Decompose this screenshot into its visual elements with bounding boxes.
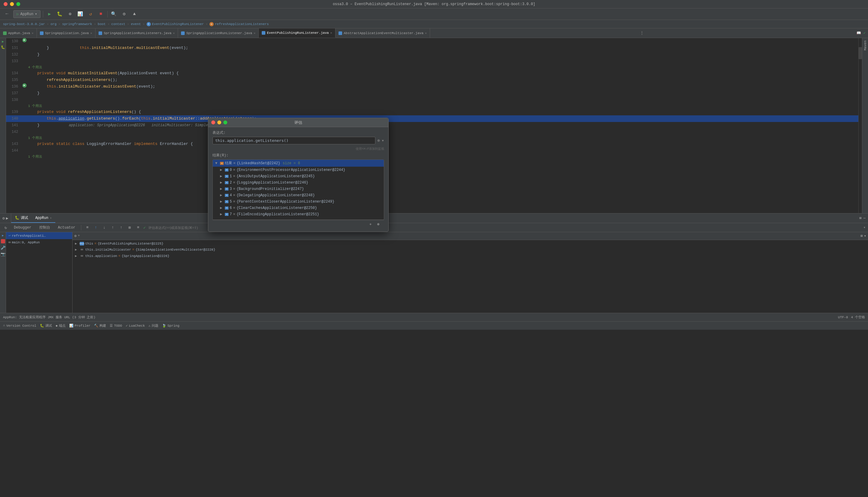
breadcrumb-class[interactable]: EventPublishingRunListener — [152, 22, 204, 26]
step-over-btn[interactable]: ↻ — [2, 224, 9, 231]
maximize-button[interactable] — [16, 2, 20, 6]
encoding-label[interactable]: UTF-8 — [838, 315, 848, 319]
eval-expand-icon[interactable]: ⊕ — [377, 138, 380, 143]
actuator-tab[interactable]: Actuator — [55, 224, 79, 232]
eval-item-6[interactable]: ▶ ≡ 6 = {ClearCachesApplicationListener@… — [213, 205, 384, 211]
eval-add-watch-btn[interactable]: + — [367, 221, 374, 227]
vars-settings-icon[interactable]: ⚙ — [74, 234, 77, 238]
tab-springapp[interactable]: SpringApplication.java ✕ — [37, 28, 96, 38]
frame-item-main[interactable]: ∞ main:9, AppRun — [6, 239, 72, 246]
eval-item-4-expand[interactable]: ▶ — [220, 193, 224, 198]
debugger-tab[interactable]: Debugger — [11, 224, 35, 232]
eval-item-6-expand[interactable]: ▶ — [220, 205, 224, 210]
apprun-tab[interactable]: AppRun ✕ — [32, 213, 55, 223]
tab-close-runlistener[interactable]: ✕ — [253, 31, 256, 35]
search-everywhere-icon[interactable]: 🔍 — [110, 10, 118, 18]
eval-copy-btn[interactable]: ⊕ — [375, 221, 382, 227]
var-multicaster[interactable]: ▶ ∞ this.initialMulticaster = {SimpleApp… — [72, 246, 868, 253]
eval-expr-input[interactable] — [212, 137, 375, 144]
bottom-maximize-icon[interactable]: ⊞ — [859, 216, 862, 221]
endpoints-item[interactable]: ◆ 端点 — [56, 323, 66, 328]
build-item[interactable]: 🔨 构建 — [94, 323, 106, 328]
frame-list-icon[interactable]: ≡ — [84, 224, 91, 231]
todo-item[interactable]: ☰ TODO — [110, 324, 122, 328]
bottom-run-icon[interactable]: ▶ — [6, 216, 9, 221]
maven-label[interactable]: Maven — [864, 41, 867, 51]
profile-icon[interactable]: 📊 — [77, 10, 84, 18]
eval-item-5[interactable]: ▶ ≡ 5 = {ParentContextCloserApplicationL… — [213, 198, 384, 205]
eval-root-expand[interactable]: ▼ — [215, 161, 219, 166]
tab-close-runlisteners[interactable]: ✕ — [173, 31, 175, 35]
console-tab[interactable]: 控制台 — [36, 224, 53, 232]
settings-icon[interactable]: ⚙ — [120, 10, 128, 18]
run-gutter-icon[interactable]: ▶ — [2, 40, 4, 43]
wrench-icon[interactable]: 🔧 — [1, 245, 5, 250]
eval-item-2-expand[interactable]: ▶ — [220, 180, 224, 185]
tab-apprun[interactable]: AppRun.java ✕ — [0, 28, 37, 38]
camera-icon[interactable]: 📷 — [1, 252, 5, 257]
profiler-item[interactable]: 📊 Profiler — [69, 324, 91, 328]
vars-more-icon[interactable]: + — [78, 234, 80, 238]
eval-item-7[interactable]: ▶ ≡ 7 = {FileEncodingApplicationListener… — [213, 211, 384, 217]
bottom-settings-icon[interactable]: ⚙ — [2, 216, 5, 221]
luacheck-item[interactable]: ✓ LuaCheck — [126, 324, 145, 328]
apprun-button[interactable]: ▷ AppRun ▾ — [13, 10, 41, 18]
tab-runlisteners[interactable]: SpringApplicationRunListeners.java ✕ — [96, 28, 178, 38]
stop-icon[interactable]: ■ — [97, 10, 105, 18]
var-multicaster-expand[interactable]: ▶ — [75, 247, 79, 252]
close-button[interactable] — [4, 2, 8, 6]
eval-item-1[interactable]: ▶ ≡ 1 = {AnsiOutputApplicationListener@2… — [213, 173, 384, 179]
stop-strip-icon[interactable] — [1, 239, 5, 243]
scroll-thumb[interactable] — [859, 47, 862, 59]
tab-more-button[interactable]: ⋮ — [638, 28, 646, 38]
eval-item-0[interactable]: ▶ ≡ 0 = {EnvironmentPostProcessorApplica… — [213, 167, 384, 173]
breadcrumb-boot[interactable]: boot — [98, 22, 106, 26]
eval-item-7-expand[interactable]: ▶ — [220, 212, 224, 216]
tab-abstract[interactable]: AbstractApplicationEventMulticaster.java… — [335, 28, 430, 38]
resume-btn[interactable]: ↑ — [93, 224, 99, 231]
tab-runlistener[interactable]: SpringApplicationRunListener.java ✕ — [178, 28, 259, 38]
tab-eventpublishing[interactable]: EventPublishingRunListener.java ✕ — [259, 28, 335, 38]
version-control-item[interactable]: ⑃ Version Control — [3, 324, 36, 328]
run-icon[interactable]: ▶ — [46, 10, 54, 18]
var-application-expand[interactable]: ▶ — [75, 254, 79, 258]
eval-item-2[interactable]: ▶ ≡ 2 = {LoggingApplicationListener@2246… — [213, 179, 384, 186]
breadcrumb-context[interactable]: context — [111, 22, 125, 26]
resume-strip-icon[interactable]: ▶ — [2, 234, 4, 237]
var-application[interactable]: ▶ ∞ this.application = {SpringApplicatio… — [72, 253, 868, 259]
eval-min-btn[interactable] — [217, 120, 221, 124]
tab-close-springapp[interactable]: ✕ — [91, 31, 92, 35]
coverage-icon[interactable]: ⊕ — [66, 10, 74, 18]
spring-item[interactable]: 🍃 Spring — [162, 324, 180, 328]
breadcrumb-event[interactable]: event — [131, 22, 141, 26]
var-this[interactable]: ▶ this this = {EventPublishingRunListene… — [72, 241, 868, 246]
eval-root-row[interactable]: ▼ ∞ 结果 = {LinkedHashSet@2242} size = 8 — [213, 160, 384, 167]
eval-item-4[interactable]: ▶ ≡ 4 = {DelegatingApplicationListener@2… — [213, 192, 384, 198]
expr-filter-icon[interactable]: ▾ — [864, 225, 866, 230]
step-out-btn[interactable]: ↑ — [109, 224, 116, 231]
problems-item[interactable]: ⚠ 问题 — [148, 323, 159, 328]
evaluate-btn[interactable]: ⊞ — [126, 224, 133, 231]
reload-icon[interactable]: ↺ — [87, 10, 95, 18]
step-into-btn[interactable]: ↓ — [101, 224, 108, 231]
eval-item-1-expand[interactable]: ▶ — [220, 174, 224, 179]
debug-bar-item[interactable]: 🐛 调试 — [40, 323, 52, 328]
breakpoint-130[interactable]: ▶ — [22, 38, 27, 42]
tab-close-eventpublishing[interactable]: ✕ — [330, 31, 332, 35]
breadcrumb-springframework[interactable]: springframework — [62, 22, 92, 26]
breadcrumb-org[interactable]: org — [51, 22, 56, 26]
vars-more2-icon[interactable]: ▾ — [864, 234, 866, 238]
vars-expand-icon[interactable]: ⊞ — [861, 234, 863, 238]
eval-item-5-expand[interactable]: ▶ — [220, 199, 224, 204]
debug-run-icon[interactable]: 🐛 — [56, 10, 64, 18]
breakpoint-136[interactable]: ▶ — [22, 83, 27, 88]
eval-check-icon[interactable]: ✓ — [143, 225, 146, 230]
tab-close-apprun[interactable]: ✕ — [32, 31, 33, 35]
eval-item-3[interactable]: ▶ ≡ 3 = {BackgroundPreinitializer@2247} — [213, 186, 384, 192]
apprun-tab-close[interactable]: ✕ — [50, 216, 52, 220]
more-debug-btn[interactable]: ≡ — [135, 224, 141, 231]
minimize-button[interactable] — [10, 2, 14, 6]
bottom-close-icon[interactable]: — — [864, 216, 866, 221]
eval-item-3-expand[interactable]: ▶ — [220, 187, 224, 191]
frame-item-refresh[interactable]: ↩ refreshApplicati… — [6, 232, 72, 239]
